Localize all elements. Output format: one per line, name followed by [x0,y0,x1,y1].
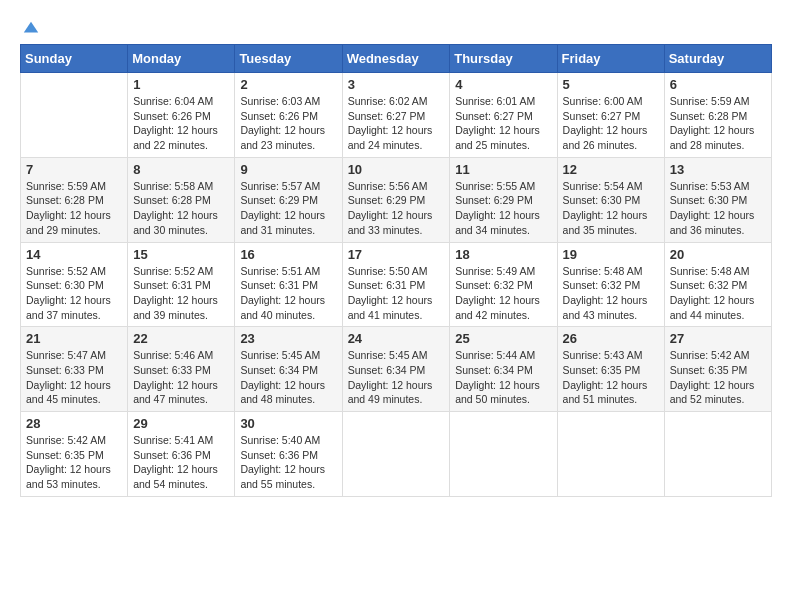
calendar-cell: 20Sunrise: 5:48 AM Sunset: 6:32 PM Dayli… [664,242,771,327]
day-info: Sunrise: 5:44 AM Sunset: 6:34 PM Dayligh… [455,348,551,407]
day-info: Sunrise: 6:02 AM Sunset: 6:27 PM Dayligh… [348,94,445,153]
calendar-cell: 13Sunrise: 5:53 AM Sunset: 6:30 PM Dayli… [664,157,771,242]
day-number: 27 [670,331,766,346]
day-number: 20 [670,247,766,262]
day-info: Sunrise: 5:55 AM Sunset: 6:29 PM Dayligh… [455,179,551,238]
calendar-cell [557,412,664,497]
day-number: 2 [240,77,336,92]
calendar-cell: 26Sunrise: 5:43 AM Sunset: 6:35 PM Dayli… [557,327,664,412]
day-number: 24 [348,331,445,346]
day-info: Sunrise: 5:53 AM Sunset: 6:30 PM Dayligh… [670,179,766,238]
svg-marker-0 [24,22,38,33]
day-info: Sunrise: 6:03 AM Sunset: 6:26 PM Dayligh… [240,94,336,153]
calendar-cell: 3Sunrise: 6:02 AM Sunset: 6:27 PM Daylig… [342,73,450,158]
day-number: 11 [455,162,551,177]
day-number: 14 [26,247,122,262]
calendar-table: SundayMondayTuesdayWednesdayThursdayFrid… [20,44,772,497]
day-number: 8 [133,162,229,177]
day-info: Sunrise: 5:48 AM Sunset: 6:32 PM Dayligh… [670,264,766,323]
calendar-week-row: 21Sunrise: 5:47 AM Sunset: 6:33 PM Dayli… [21,327,772,412]
day-number: 22 [133,331,229,346]
logo-icon [22,20,40,38]
day-info: Sunrise: 5:57 AM Sunset: 6:29 PM Dayligh… [240,179,336,238]
day-number: 3 [348,77,445,92]
logo [20,20,40,34]
day-info: Sunrise: 5:45 AM Sunset: 6:34 PM Dayligh… [348,348,445,407]
day-info: Sunrise: 5:45 AM Sunset: 6:34 PM Dayligh… [240,348,336,407]
day-number: 13 [670,162,766,177]
day-info: Sunrise: 5:42 AM Sunset: 6:35 PM Dayligh… [670,348,766,407]
day-number: 18 [455,247,551,262]
calendar-cell: 30Sunrise: 5:40 AM Sunset: 6:36 PM Dayli… [235,412,342,497]
day-info: Sunrise: 6:01 AM Sunset: 6:27 PM Dayligh… [455,94,551,153]
calendar-week-row: 1Sunrise: 6:04 AM Sunset: 6:26 PM Daylig… [21,73,772,158]
day-of-week-header: Friday [557,45,664,73]
calendar-cell: 7Sunrise: 5:59 AM Sunset: 6:28 PM Daylig… [21,157,128,242]
day-info: Sunrise: 5:52 AM Sunset: 6:31 PM Dayligh… [133,264,229,323]
day-info: Sunrise: 5:54 AM Sunset: 6:30 PM Dayligh… [563,179,659,238]
day-number: 25 [455,331,551,346]
calendar-cell [664,412,771,497]
calendar-cell: 15Sunrise: 5:52 AM Sunset: 6:31 PM Dayli… [128,242,235,327]
page-header [20,20,772,34]
day-info: Sunrise: 6:04 AM Sunset: 6:26 PM Dayligh… [133,94,229,153]
calendar-cell: 10Sunrise: 5:56 AM Sunset: 6:29 PM Dayli… [342,157,450,242]
calendar-cell: 1Sunrise: 6:04 AM Sunset: 6:26 PM Daylig… [128,73,235,158]
day-number: 6 [670,77,766,92]
calendar-cell [342,412,450,497]
calendar-cell: 19Sunrise: 5:48 AM Sunset: 6:32 PM Dayli… [557,242,664,327]
calendar-cell: 24Sunrise: 5:45 AM Sunset: 6:34 PM Dayli… [342,327,450,412]
day-number: 15 [133,247,229,262]
day-info: Sunrise: 5:43 AM Sunset: 6:35 PM Dayligh… [563,348,659,407]
calendar-cell: 11Sunrise: 5:55 AM Sunset: 6:29 PM Dayli… [450,157,557,242]
day-of-week-header: Sunday [21,45,128,73]
calendar-cell: 14Sunrise: 5:52 AM Sunset: 6:30 PM Dayli… [21,242,128,327]
calendar-cell: 25Sunrise: 5:44 AM Sunset: 6:34 PM Dayli… [450,327,557,412]
day-number: 7 [26,162,122,177]
calendar-cell: 17Sunrise: 5:50 AM Sunset: 6:31 PM Dayli… [342,242,450,327]
day-info: Sunrise: 5:51 AM Sunset: 6:31 PM Dayligh… [240,264,336,323]
day-info: Sunrise: 5:40 AM Sunset: 6:36 PM Dayligh… [240,433,336,492]
calendar-cell: 29Sunrise: 5:41 AM Sunset: 6:36 PM Dayli… [128,412,235,497]
calendar-cell: 16Sunrise: 5:51 AM Sunset: 6:31 PM Dayli… [235,242,342,327]
calendar-cell: 5Sunrise: 6:00 AM Sunset: 6:27 PM Daylig… [557,73,664,158]
day-number: 19 [563,247,659,262]
calendar-header-row: SundayMondayTuesdayWednesdayThursdayFrid… [21,45,772,73]
day-number: 17 [348,247,445,262]
day-info: Sunrise: 5:41 AM Sunset: 6:36 PM Dayligh… [133,433,229,492]
day-info: Sunrise: 5:48 AM Sunset: 6:32 PM Dayligh… [563,264,659,323]
day-number: 4 [455,77,551,92]
day-info: Sunrise: 5:50 AM Sunset: 6:31 PM Dayligh… [348,264,445,323]
calendar-cell [450,412,557,497]
day-of-week-header: Tuesday [235,45,342,73]
calendar-cell: 9Sunrise: 5:57 AM Sunset: 6:29 PM Daylig… [235,157,342,242]
calendar-cell: 8Sunrise: 5:58 AM Sunset: 6:28 PM Daylig… [128,157,235,242]
calendar-cell: 18Sunrise: 5:49 AM Sunset: 6:32 PM Dayli… [450,242,557,327]
day-info: Sunrise: 5:56 AM Sunset: 6:29 PM Dayligh… [348,179,445,238]
day-number: 29 [133,416,229,431]
calendar-week-row: 14Sunrise: 5:52 AM Sunset: 6:30 PM Dayli… [21,242,772,327]
day-info: Sunrise: 5:59 AM Sunset: 6:28 PM Dayligh… [670,94,766,153]
day-of-week-header: Wednesday [342,45,450,73]
day-info: Sunrise: 5:59 AM Sunset: 6:28 PM Dayligh… [26,179,122,238]
day-number: 26 [563,331,659,346]
day-number: 21 [26,331,122,346]
day-info: Sunrise: 5:47 AM Sunset: 6:33 PM Dayligh… [26,348,122,407]
day-number: 1 [133,77,229,92]
calendar-cell: 12Sunrise: 5:54 AM Sunset: 6:30 PM Dayli… [557,157,664,242]
calendar-week-row: 7Sunrise: 5:59 AM Sunset: 6:28 PM Daylig… [21,157,772,242]
day-of-week-header: Saturday [664,45,771,73]
day-info: Sunrise: 5:46 AM Sunset: 6:33 PM Dayligh… [133,348,229,407]
day-number: 9 [240,162,336,177]
calendar-cell: 6Sunrise: 5:59 AM Sunset: 6:28 PM Daylig… [664,73,771,158]
day-number: 30 [240,416,336,431]
day-number: 23 [240,331,336,346]
calendar-cell: 21Sunrise: 5:47 AM Sunset: 6:33 PM Dayli… [21,327,128,412]
day-number: 12 [563,162,659,177]
day-info: Sunrise: 5:58 AM Sunset: 6:28 PM Dayligh… [133,179,229,238]
calendar-week-row: 28Sunrise: 5:42 AM Sunset: 6:35 PM Dayli… [21,412,772,497]
day-number: 5 [563,77,659,92]
calendar-cell: 27Sunrise: 5:42 AM Sunset: 6:35 PM Dayli… [664,327,771,412]
day-info: Sunrise: 5:49 AM Sunset: 6:32 PM Dayligh… [455,264,551,323]
day-info: Sunrise: 6:00 AM Sunset: 6:27 PM Dayligh… [563,94,659,153]
